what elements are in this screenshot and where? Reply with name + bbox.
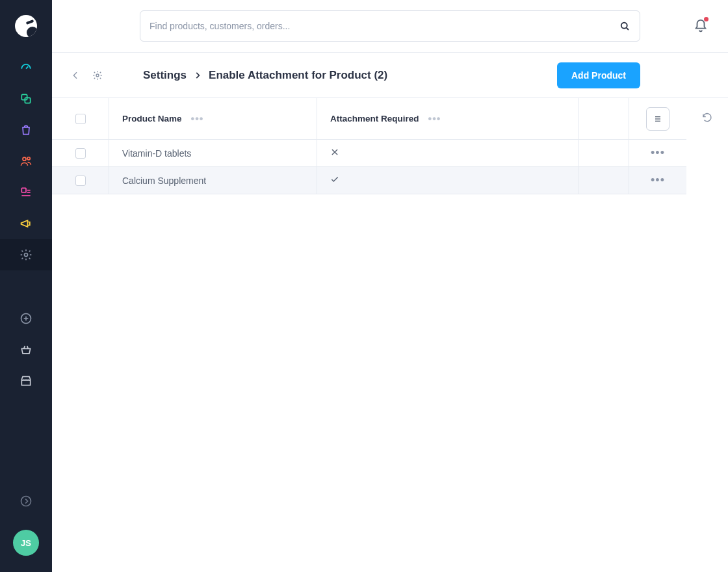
sidebar-item-storefront[interactable] [0, 365, 52, 396]
basket-icon [20, 343, 32, 356]
breadcrumb-root[interactable]: Settings [143, 69, 187, 82]
sidebar-item-add[interactable] [0, 303, 52, 334]
column-header-product-name[interactable]: Product Name [122, 114, 182, 124]
table-gutter [686, 98, 728, 194]
row-checkbox[interactable] [75, 148, 86, 159]
gauge-icon [20, 61, 32, 74]
table-columns-button[interactable] [646, 107, 670, 131]
sidebar-item-content[interactable] [0, 177, 52, 208]
logo[interactable] [0, 0, 52, 52]
primary-nav [0, 52, 52, 270]
gear-icon [92, 70, 103, 81]
copy-icon [20, 92, 32, 105]
svg-rect-4 [21, 188, 26, 192]
main: Settings Enable Attachment for Product (… [52, 0, 728, 572]
brand-logo-icon [15, 15, 37, 37]
column-options-attachment-required[interactable]: ••• [428, 114, 441, 124]
svg-point-8 [25, 254, 28, 257]
sidebar-item-dashboard[interactable] [0, 52, 52, 83]
table-row[interactable]: Vitamin-D tablets ••• [52, 140, 686, 167]
topbar [52, 0, 728, 52]
reset-button[interactable] [701, 112, 713, 126]
gear-icon [20, 248, 32, 261]
megaphone-icon [20, 217, 32, 230]
sidebar-item-customers[interactable] [0, 146, 52, 177]
page-header: Settings Enable Attachment for Product (… [52, 52, 728, 98]
table-header-row: Product Name ••• Attachment Required ••• [52, 98, 686, 140]
search-icon [619, 20, 630, 32]
column-options-product-name[interactable]: ••• [191, 114, 204, 124]
plus-circle-icon [20, 312, 32, 325]
undo-icon [701, 112, 713, 124]
add-product-button[interactable]: Add Product [557, 62, 640, 88]
page-settings-button[interactable] [88, 66, 107, 84]
notifications-button[interactable] [689, 14, 712, 38]
sidebar-item-collapse[interactable] [0, 486, 52, 517]
chevron-left-icon [70, 70, 81, 81]
check-icon [330, 175, 339, 186]
sidebar: JS [0, 0, 52, 572]
svg-point-2 [23, 157, 26, 161]
svg-point-13 [621, 23, 627, 29]
sidebar-item-marketing[interactable] [0, 208, 52, 239]
store-icon [20, 374, 32, 387]
chevron-right-icon [193, 71, 202, 80]
row-checkbox[interactable] [75, 176, 86, 186]
users-icon [20, 155, 32, 168]
avatar[interactable]: JS [13, 530, 39, 556]
x-icon [330, 148, 339, 159]
row-actions-button[interactable]: ••• [651, 146, 665, 160]
select-all-checkbox[interactable] [75, 114, 86, 124]
notification-dot [704, 17, 708, 21]
bag-icon [20, 124, 32, 136]
svg-point-12 [21, 497, 31, 506]
breadcrumb-current: Enable Attachment for Product (2) [209, 69, 387, 82]
back-button[interactable] [66, 66, 84, 84]
global-search[interactable] [140, 10, 640, 42]
cell-product-name: Vitamin-D tablets [122, 148, 191, 159]
sidebar-item-orders[interactable] [0, 114, 52, 146]
sidebar-item-settings[interactable] [0, 239, 52, 270]
breadcrumb: Settings Enable Attachment for Product (… [143, 69, 387, 82]
chevron-right-circle-icon [20, 495, 32, 508]
layout-icon [20, 186, 32, 199]
data-table: Product Name ••• Attachment Required ••• [52, 98, 728, 194]
table-row[interactable]: Calcium Supplement ••• [52, 167, 686, 194]
row-actions-button[interactable]: ••• [651, 174, 665, 187]
svg-line-14 [627, 28, 629, 30]
sidebar-item-catalogues[interactable] [0, 83, 52, 114]
column-header-attachment-required[interactable]: Attachment Required [330, 114, 419, 124]
svg-point-3 [27, 157, 30, 160]
cell-product-name: Calcium Supplement [122, 176, 206, 186]
sidebar-item-shopping[interactable] [0, 334, 52, 365]
search-input[interactable] [150, 21, 619, 31]
list-icon [653, 114, 663, 124]
secondary-nav [0, 303, 52, 396]
svg-point-15 [96, 74, 99, 77]
